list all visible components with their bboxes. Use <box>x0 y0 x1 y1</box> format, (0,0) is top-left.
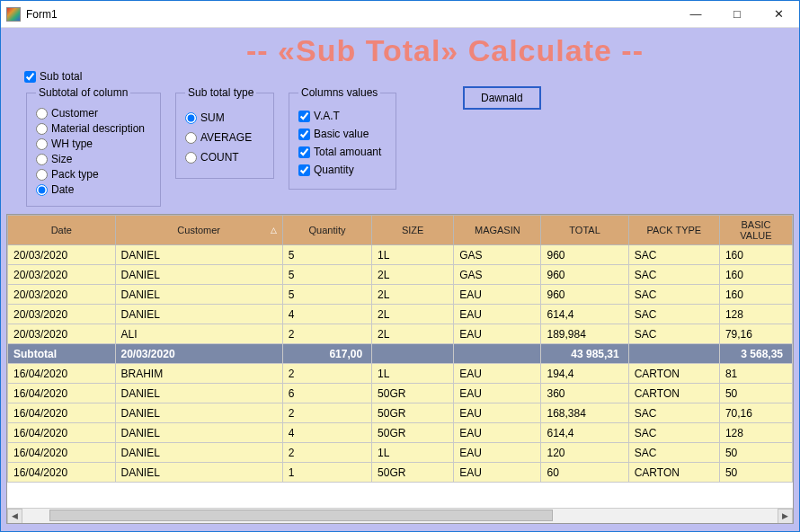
cell[interactable]: 2L <box>372 305 454 324</box>
cell[interactable]: 160 <box>719 245 792 265</box>
cell[interactable]: EAU <box>454 443 541 463</box>
column-option-radio-4[interactable] <box>36 169 48 181</box>
cell[interactable]: CARTON <box>628 384 719 403</box>
cell[interactable] <box>372 344 454 364</box>
type-option-radio-0[interactable] <box>185 112 197 124</box>
cell[interactable]: 614,4 <box>541 423 628 443</box>
cell[interactable]: DANIEL <box>115 285 282 305</box>
cell[interactable]: 189,984 <box>541 324 628 344</box>
cell[interactable]: 1L <box>372 364 454 384</box>
value-option-2[interactable]: Total amouant <box>298 146 387 158</box>
cell[interactable]: SAC <box>628 285 719 305</box>
cell[interactable]: EAU <box>454 463 541 483</box>
cell[interactable]: SAC <box>628 324 719 344</box>
table-row[interactable]: 20/03/2020DANIEL51LGAS960SAC160 <box>8 245 793 265</box>
table-row[interactable]: 20/03/2020ALI22LEAU189,984SAC79,16 <box>8 324 793 344</box>
cell[interactable]: 50GR <box>372 463 454 483</box>
cell[interactable]: 50 <box>719 443 792 463</box>
cell[interactable]: 16/04/2020 <box>8 463 116 483</box>
cell[interactable]: 81 <box>719 364 792 384</box>
cell[interactable]: DANIEL <box>115 265 282 285</box>
cell[interactable]: 79,16 <box>719 324 792 344</box>
cell[interactable]: EAU <box>454 423 541 443</box>
cell[interactable]: 50GR <box>372 384 454 403</box>
cell[interactable]: EAU <box>454 403 541 423</box>
close-button[interactable]: ✕ <box>758 1 799 27</box>
cell[interactable]: DANIEL <box>115 403 282 423</box>
cell[interactable]: DANIEL <box>115 305 282 324</box>
cell[interactable]: EAU <box>454 364 541 384</box>
cell[interactable]: 1L <box>372 245 454 265</box>
subtotal-checkbox-input[interactable] <box>24 71 36 83</box>
cell[interactable]: SAC <box>628 443 719 463</box>
column-header-7[interactable]: BASIC VALUE <box>719 216 792 245</box>
column-option-radio-2[interactable] <box>36 138 48 150</box>
cell[interactable]: 20/03/2020 <box>8 265 116 285</box>
table-row[interactable]: 16/04/2020DANIEL450GREAU614,4SAC128 <box>8 423 793 443</box>
cell[interactable]: GAS <box>454 265 541 285</box>
titlebar[interactable]: Form1 — □ ✕ <box>1 1 799 28</box>
column-header-4[interactable]: MAGASIN <box>454 216 541 245</box>
download-button[interactable]: Dawnald <box>463 86 541 110</box>
cell[interactable]: 50GR <box>372 403 454 423</box>
cell[interactable]: 360 <box>541 384 628 403</box>
column-header-0[interactable]: Date <box>8 216 116 245</box>
cell[interactable]: 43 985,31 <box>541 344 628 364</box>
cell[interactable]: 5 <box>282 245 371 265</box>
cell[interactable]: 5 <box>282 285 371 305</box>
cell[interactable]: 16/04/2020 <box>8 403 116 423</box>
table-row[interactable]: 20/03/2020DANIEL42LEAU614,4SAC128 <box>8 305 793 324</box>
cell[interactable]: 128 <box>719 305 792 324</box>
column-header-5[interactable]: TOTAL <box>541 216 628 245</box>
cell[interactable]: 128 <box>719 423 792 443</box>
type-option-0[interactable]: SUM <box>185 111 264 124</box>
cell[interactable]: 120 <box>541 443 628 463</box>
cell[interactable]: 4 <box>282 423 371 443</box>
cell[interactable]: BRAHIM <box>115 364 282 384</box>
column-option-5[interactable]: Date <box>36 183 151 196</box>
cell[interactable]: 960 <box>541 245 628 265</box>
cell[interactable]: 2 <box>282 364 371 384</box>
maximize-button[interactable]: □ <box>716 1 758 27</box>
table-row[interactable]: 16/04/2020DANIEL650GREAU360CARTON50 <box>8 384 793 403</box>
value-option-3[interactable]: Quantity <box>298 164 387 176</box>
cell[interactable]: 168,384 <box>541 403 628 423</box>
cell[interactable]: EAU <box>454 305 541 324</box>
cell[interactable]: 2L <box>372 285 454 305</box>
cell[interactable]: 6 <box>282 384 371 403</box>
value-option-check-3[interactable] <box>298 164 310 176</box>
cell[interactable]: 160 <box>719 265 792 285</box>
cell[interactable]: CARTON <box>628 463 719 483</box>
column-option-radio-3[interactable] <box>36 154 48 165</box>
cell[interactable]: 614,4 <box>541 305 628 324</box>
table-row[interactable]: 20/03/2020DANIEL52LGAS960SAC160 <box>8 265 793 285</box>
cell[interactable]: 194,4 <box>541 364 628 384</box>
subtotal-row[interactable]: Subtotal20/03/2020617,0043 985,313 568,3… <box>8 344 793 364</box>
column-header-6[interactable]: PACK TYPE <box>628 216 719 245</box>
cell[interactable]: 5 <box>282 265 371 285</box>
cell[interactable]: SAC <box>628 265 719 285</box>
cell[interactable]: 20/03/2020 <box>115 344 282 364</box>
cell[interactable]: 160 <box>719 285 792 305</box>
cell[interactable]: 2L <box>372 265 454 285</box>
minimize-button[interactable]: — <box>675 1 716 27</box>
cell[interactable]: DANIEL <box>115 463 282 483</box>
value-option-check-1[interactable] <box>298 129 310 140</box>
cell[interactable]: 3 568,35 <box>719 344 792 364</box>
cell[interactable]: 50GR <box>372 423 454 443</box>
cell[interactable]: 16/04/2020 <box>8 443 116 463</box>
scroll-left-button[interactable]: ◀ <box>7 509 22 524</box>
cell[interactable]: CARTON <box>628 364 719 384</box>
column-option-radio-0[interactable] <box>36 108 48 120</box>
cell[interactable]: 4 <box>282 305 371 324</box>
cell[interactable]: EAU <box>454 324 541 344</box>
cell[interactable]: GAS <box>454 245 541 265</box>
cell[interactable]: DANIEL <box>115 423 282 443</box>
scroll-thumb[interactable] <box>49 510 553 521</box>
table-row[interactable]: 16/04/2020DANIEL250GREAU168,384SAC70,16 <box>8 403 793 423</box>
type-option-2[interactable]: COUNT <box>185 151 264 164</box>
cell[interactable]: 960 <box>541 265 628 285</box>
cell[interactable]: 20/03/2020 <box>8 245 116 265</box>
cell[interactable]: 617,00 <box>282 344 371 364</box>
cell[interactable]: 2 <box>282 324 371 344</box>
